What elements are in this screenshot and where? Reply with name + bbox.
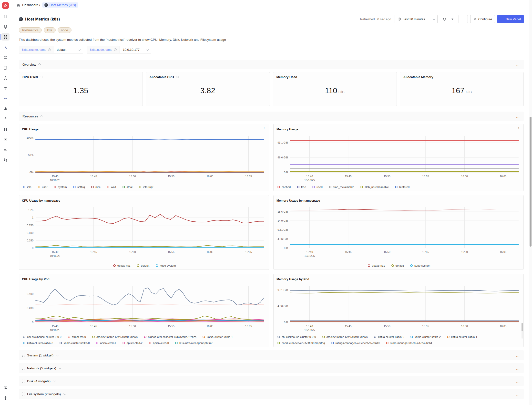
stat-card-allocatable-cpu[interactable]: Allocatable CPU 3.82	[146, 72, 270, 106]
legend-item[interactable]: kafka-cluster-kafka-1	[203, 335, 233, 338]
legend-item[interactable]: kafka-cluster-kafka-2	[23, 342, 53, 344]
legend-item[interactable]: buffered	[395, 186, 409, 188]
legend-item[interactable]: kafka-cluster-kafka-2	[410, 335, 441, 338]
section-resources-header[interactable]: Resources …	[19, 112, 524, 121]
breadcrumb-root[interactable]: Dashboard /	[22, 3, 40, 7]
alerts-bell-icon[interactable]	[1, 23, 10, 30]
legend-item[interactable]: nice	[91, 186, 101, 188]
legend-item[interactable]: apisix-etcd-1	[96, 342, 116, 344]
stat-card-allocatable-memory[interactable]: Allocatable Memory 167GiB	[400, 72, 524, 106]
legend-item[interactable]: obaas-ns1	[368, 264, 385, 267]
chart-canvas[interactable]: 00.2500.5000.75011.2515:4010/16/2515:451…	[22, 205, 266, 258]
infra-cluster-icon[interactable]	[1, 84, 10, 92]
legend-item[interactable]: obaas-ns1	[113, 264, 131, 267]
chart-canvas[interactable]: 0 B4.66 GiB9.31 GiB15:4010/16/2515:4515:…	[276, 284, 521, 332]
settings-gear-icon[interactable]	[1, 394, 10, 402]
drag-handle-icon[interactable]	[22, 393, 24, 396]
chart-canvas[interactable]: 0 B46.6 GiB93.1 GiB15:4010/16/2515:4515:…	[276, 134, 521, 183]
legend-item[interactable]: kube-system	[410, 264, 430, 267]
legend-item[interactable]: kafka-cluster-kafka-1	[447, 335, 477, 338]
stat-card-memory-used[interactable]: Memory Used 110GiB	[273, 72, 397, 106]
section-more-button[interactable]: …	[516, 114, 520, 118]
drag-handle-icon[interactable]	[22, 354, 24, 357]
support-chat-icon[interactable]	[1, 384, 10, 391]
legend-item[interactable]: slab_unreclaimable	[360, 186, 389, 188]
legend-item[interactable]: chi-clickhouse-cluster-0-0-0	[23, 335, 61, 338]
legend-item[interactable]: apisix-etcd-2	[123, 342, 143, 344]
variable-cluster-value[interactable]: default	[54, 46, 83, 53]
configure-button[interactable]: Configure	[470, 15, 495, 23]
legend-item[interactable]: default	[137, 264, 150, 267]
legend-scrollbar[interactable]	[522, 323, 523, 339]
services-drive-icon[interactable]	[1, 54, 10, 61]
drag-handle-icon[interactable]	[22, 380, 24, 383]
legend-item[interactable]: chi-clickhouse-cluster-0-0-0	[277, 335, 316, 338]
legend-item[interactable]: k8s-infra-otel-agent-p68mr	[175, 342, 213, 344]
sparkle-icon[interactable]	[1, 43, 10, 51]
usage-chart-icon[interactable]	[1, 136, 10, 143]
legend-item[interactable]: kafka-cluster-kafka-0	[374, 335, 404, 338]
legend-item[interactable]: ratings-manager-7c5cdcb5d5-ntn4x	[331, 342, 380, 344]
logs-scroll-icon[interactable]	[1, 64, 10, 71]
app-logo[interactable]	[2, 2, 9, 9]
traces-compass-icon[interactable]	[1, 74, 10, 82]
panel-menu-icon[interactable]: ⋮	[517, 126, 521, 131]
legend-item[interactable]: softirq	[73, 186, 85, 188]
explorer-binoculars-icon[interactable]	[1, 125, 10, 133]
section-file-system[interactable]: File system (2 widgets) …	[19, 389, 524, 399]
new-panel-button[interactable]: New Panel	[497, 15, 524, 23]
legend-item[interactable]: otmm-tcs-0	[68, 335, 86, 338]
section-more-button[interactable]: …	[516, 62, 520, 67]
legend-item[interactable]: signoz-otel-collector-59b76fd9c7-f7bzs	[144, 335, 196, 338]
legend-item[interactable]: apisix-etcd-0	[149, 342, 169, 344]
exceptions-bug-icon[interactable]	[1, 115, 10, 123]
logs-pipelines-list-icon[interactable]	[1, 146, 10, 153]
home-icon[interactable]	[1, 13, 10, 20]
refresh-interval-caret[interactable]	[449, 15, 456, 23]
legend-item[interactable]: conductor-server-656ff5987d-prtdq	[277, 342, 325, 344]
legend-item[interactable]: free	[297, 186, 306, 188]
legend-item[interactable]: oracle23aifree-5fc45c9cf9-xqnws	[92, 335, 138, 338]
metrics-barchart-icon[interactable]	[1, 105, 10, 112]
stat-card-cpu-used[interactable]: CPU Used 1.35	[19, 72, 143, 106]
legend-item[interactable]: used	[312, 186, 323, 188]
legend-item[interactable]: interrupt	[139, 186, 153, 188]
chart-canvas[interactable]: 0%50%100%15:4010/16/2515:4515:5015:5516:…	[22, 134, 266, 183]
chart-canvas[interactable]: 00.2000.40015:4010/16/2515:4515:5015:551…	[22, 284, 266, 332]
section-system[interactable]: System (1 widget) …	[19, 350, 524, 360]
scrollbar-thumb[interactable]	[530, 117, 532, 247]
section-network[interactable]: Network (5 widgets) …	[19, 363, 524, 373]
panel-menu-icon[interactable]: ⋮	[262, 126, 266, 131]
drag-handle-icon[interactable]	[22, 367, 24, 370]
info-icon[interactable]	[176, 75, 179, 79]
more-items-icon[interactable]	[1, 95, 10, 102]
legend-item[interactable]: user	[38, 186, 47, 188]
time-range-select[interactable]: Last 30 minutes	[395, 15, 438, 23]
section-more-button[interactable]: …	[516, 366, 520, 370]
section-disk[interactable]: Disk (4 widgets) …	[19, 376, 524, 386]
info-icon[interactable]	[114, 48, 117, 51]
legend-item[interactable]: oracle23aifree-5fc45c9cf9-xqnws	[322, 335, 368, 338]
section-overview-header[interactable]: Overview …	[19, 60, 524, 69]
legend-item[interactable]: system	[54, 186, 67, 188]
variable-node-value[interactable]: 10.0.10.177	[120, 46, 151, 53]
legend-item[interactable]: kube-system	[156, 264, 176, 267]
chart-canvas[interactable]: 0 B4.66 GiB9.31 GiB14.0 GiB18.6 GiB15:40…	[276, 205, 521, 258]
refresh-button[interactable]	[440, 15, 449, 23]
dashboards-icon[interactable]	[1, 33, 10, 41]
legend-item[interactable]: idle	[23, 186, 31, 188]
section-more-button[interactable]: …	[516, 392, 520, 396]
dashboard-more-button[interactable]: …	[459, 15, 468, 23]
legend-item[interactable]: kafka-cluster-kafka-0	[60, 342, 90, 344]
info-icon[interactable]	[48, 48, 51, 51]
section-more-button[interactable]: …	[516, 353, 520, 357]
legend-item[interactable]: default	[391, 264, 404, 267]
legend-item[interactable]: wait	[107, 186, 116, 188]
workflow-pipeline-icon[interactable]	[1, 156, 10, 164]
breadcrumb-current[interactable]: Host Metrics (k8s)	[42, 2, 78, 8]
page-scrollbar[interactable]	[529, 0, 532, 405]
legend-item[interactable]: slab_reclaimable	[329, 186, 354, 188]
section-more-button[interactable]: …	[516, 379, 520, 383]
legend-item[interactable]: cached	[277, 186, 291, 188]
legend-item[interactable]: store-manager-85c65cd7b4-lhr4d	[386, 342, 432, 344]
